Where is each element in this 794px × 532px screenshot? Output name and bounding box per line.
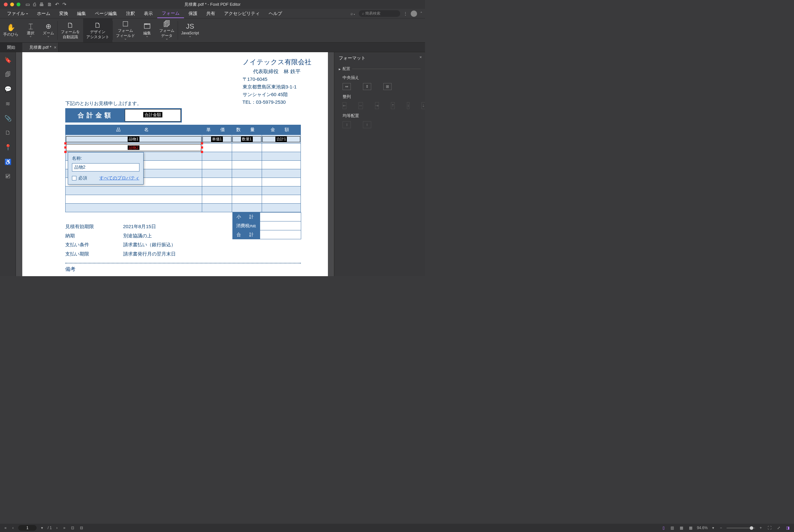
align-bottom-icon[interactable]: ⇣: [422, 102, 425, 109]
popup-all-properties-link[interactable]: すべてのプロパティ: [99, 175, 140, 181]
format-panel: フォーマット × ▸ 配置 中央揃え ⇔ ⇕ ⊞ 整列 ⇤ ↔ ⇥ ⇡ ↕ ⇣ …: [334, 52, 425, 276]
tool-form-field[interactable]: ☐フォーム フィールド: [113, 18, 138, 42]
tool-javascript[interactable]: JSJavaScript: [178, 18, 202, 42]
meta-l4: 支払い期限: [65, 249, 123, 259]
window-title: 見積書.pdf * - Foxit PDF Editor: [184, 2, 240, 7]
tab-start[interactable]: 開始: [0, 43, 22, 52]
tool-hand[interactable]: ✋手のひら: [0, 18, 22, 42]
minimize-window[interactable]: [10, 3, 14, 6]
user-avatar[interactable]: [411, 11, 417, 17]
menu-edit[interactable]: 編集: [73, 9, 90, 18]
attachments-icon[interactable]: 📎: [4, 115, 12, 122]
accessibility-icon[interactable]: ♿: [4, 158, 12, 166]
menu-protect[interactable]: 保護: [184, 9, 202, 18]
center-h-icon[interactable]: ⇔: [343, 83, 351, 90]
menu-file[interactable]: ファイル: [3, 9, 33, 18]
menu-annot[interactable]: 注釈: [122, 9, 140, 18]
center-both-icon[interactable]: ⊞: [383, 83, 392, 90]
field-item1[interactable]: 品物1: [65, 135, 202, 144]
company-rep: 代表取締役 林 鉄平: [243, 68, 311, 76]
align-right-icon[interactable]: ⇥: [375, 102, 379, 109]
distribute-v-icon[interactable]: ⫲: [363, 121, 371, 128]
titlebar: ▭ ⎙ 🖶 🗎 ↶ ↷ 見積書.pdf * - Foxit PDF Editor: [0, 0, 425, 9]
bookmark-icon[interactable]: 🔖: [4, 57, 12, 64]
field-amount1[interactable]: 合計1: [262, 135, 300, 144]
collapse-ribbon-icon[interactable]: ˄: [420, 11, 423, 16]
layers-icon[interactable]: ≋: [5, 100, 10, 107]
th-qty: 数 量: [232, 125, 262, 135]
print-icon[interactable]: 🖶: [39, 2, 44, 7]
panel-close-icon[interactable]: ×: [419, 55, 422, 59]
meta-v2: 別途協議の上: [123, 231, 152, 241]
tab-close-icon[interactable]: ×: [54, 45, 56, 50]
tab-document[interactable]: 見積書.pdf * ×: [22, 43, 59, 52]
align-middle-icon[interactable]: ↕: [407, 102, 409, 109]
maximize-window[interactable]: [17, 3, 20, 6]
tool-select[interactable]: ⌶選択: [22, 18, 39, 42]
tool-design-assistant[interactable]: 🗋デザイン アシスタント: [83, 18, 112, 42]
document-tabs: 開始 見積書.pdf * ×: [0, 43, 425, 52]
panel-title: フォーマット: [339, 55, 421, 64]
redo-icon[interactable]: ↷: [62, 2, 67, 7]
tab-document-label: 見積書.pdf *: [29, 44, 51, 50]
tool-auto-label: フォームを 自動認識: [61, 30, 80, 39]
popup-required-checkbox[interactable]: 必須: [72, 175, 87, 181]
menu-home[interactable]: ホーム: [33, 9, 55, 18]
total-field[interactable]: 合計金額: [125, 109, 181, 121]
file-icon[interactable]: 🗎: [47, 2, 52, 7]
signatures-icon[interactable]: 🗹: [5, 173, 11, 180]
menu-page[interactable]: ページ編集: [90, 9, 122, 18]
comments-icon[interactable]: 💬: [4, 86, 12, 93]
sum-tax-value: [260, 222, 301, 230]
section-arrange[interactable]: ▸ 配置: [339, 66, 421, 72]
quick-access: ▭ ⎙ 🖶 🗎 ↶ ↷: [25, 2, 67, 7]
th-price: 単 価: [202, 125, 232, 135]
menu-view[interactable]: 表示: [140, 9, 157, 18]
field-price1[interactable]: 単価1: [202, 135, 232, 144]
menu-help[interactable]: ヘルプ: [264, 9, 287, 18]
field-item2-selected[interactable]: 品物2: [65, 144, 202, 152]
remarks-label: 備考: [65, 266, 75, 272]
menu-convert[interactable]: 変換: [55, 9, 73, 18]
menu-form[interactable]: フォーム: [157, 9, 184, 18]
company-block: ノイテックス有限会社 代表取締役 林 鉄平 〒170-6045 東京都豊島区東池…: [243, 57, 311, 106]
menu-share[interactable]: 共有: [202, 9, 220, 18]
tool-zoom[interactable]: ⊕ズーム: [39, 18, 57, 42]
menu-access[interactable]: アクセシビリティ: [220, 9, 264, 18]
undo-icon[interactable]: ↶: [55, 2, 59, 7]
destinations-icon[interactable]: 📍: [4, 144, 12, 151]
meta-l3: 支払い条件: [65, 240, 123, 249]
popup-name-input[interactable]: [72, 163, 140, 171]
close-window[interactable]: [4, 3, 8, 6]
popup-required-label: 必須: [78, 175, 87, 181]
align-center-icon[interactable]: ↔: [358, 102, 363, 109]
total-label: 合計金額: [66, 109, 125, 121]
sum-total-value: [260, 230, 301, 239]
tool-edit[interactable]: 🗔編集: [138, 18, 156, 42]
field-qty1[interactable]: 数量1: [232, 135, 262, 144]
align-left-icon[interactable]: ⇤: [343, 102, 346, 109]
tool-form-data[interactable]: 🗐フォーム データ: [156, 18, 178, 42]
center-v-icon[interactable]: ⇕: [363, 83, 371, 90]
options-icon[interactable]: ⋮: [403, 11, 407, 16]
fields-icon[interactable]: 🗋: [5, 130, 11, 136]
remarks-section: 備考: [65, 263, 301, 273]
open-icon[interactable]: ▭: [25, 2, 30, 7]
tell-me-icon[interactable]: ⌕▾: [351, 11, 356, 16]
document-viewport[interactable]: ノイテックス有限会社 代表取締役 林 鉄平 〒170-6045 東京都豊島区東池…: [16, 52, 334, 276]
tool-design-label: デザイン アシスタント: [86, 30, 109, 39]
popup-name-label: 名称:: [72, 156, 140, 161]
th-item: 品 名: [65, 125, 202, 135]
tool-auto-recognize[interactable]: 🗋フォームを 自動認識: [58, 18, 83, 42]
meta-l2: 納期: [65, 231, 123, 241]
main-area: 🔖 🗐 💬 ≋ 📎 🗋 📍 ♿ 🗹 ノイテックス有限会社 代表取締役 林 鉄平 …: [0, 52, 425, 276]
company-addr: 東京都豊島区東池袋3-1-1: [243, 83, 311, 91]
sum-subtotal-value: [260, 212, 301, 222]
align-top-icon[interactable]: ⇡: [391, 102, 395, 109]
save-icon[interactable]: ⎙: [33, 2, 36, 7]
meta-v1: 2021年8月15日: [123, 222, 156, 231]
quick-search[interactable]: ⌕ 簡易検索: [359, 10, 400, 17]
tool-field-label: フォーム フィールド: [116, 28, 135, 38]
pages-icon[interactable]: 🗐: [5, 71, 11, 78]
distribute-h-icon[interactable]: ⫴: [343, 121, 351, 128]
